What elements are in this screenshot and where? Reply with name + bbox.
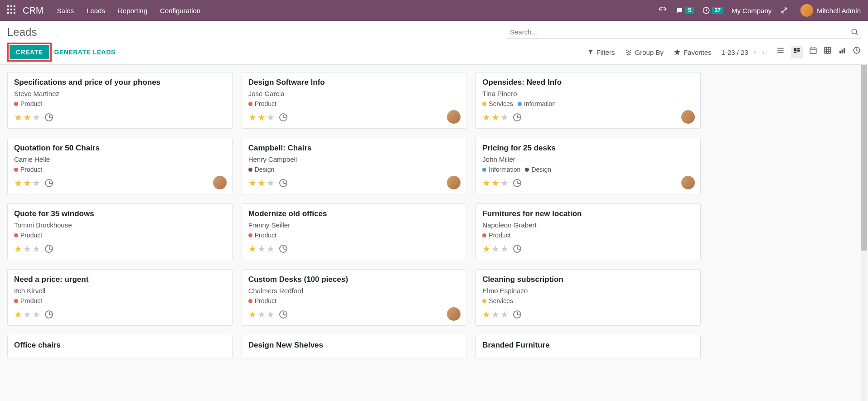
star-icon[interactable]: ★: [482, 112, 490, 123]
priority-stars[interactable]: ★★★: [14, 243, 40, 254]
filters-button[interactable]: Filters: [587, 48, 615, 56]
kanban-card[interactable]: Specifications and price of your phonesS…: [7, 72, 233, 129]
star-icon[interactable]: ★: [267, 178, 275, 188]
favorites-button[interactable]: Favorites: [674, 48, 712, 56]
activity-clock-icon[interactable]: [279, 310, 287, 319]
star-icon[interactable]: ★: [23, 243, 31, 254]
generate-leads-button[interactable]: GENERATE LEADS: [54, 48, 116, 56]
apps-icon[interactable]: [7, 5, 15, 16]
star-icon[interactable]: ★: [23, 112, 31, 123]
menu-configuration[interactable]: Configuration: [160, 7, 200, 14]
priority-stars[interactable]: ★★★: [14, 112, 40, 123]
kanban-card[interactable]: Quote for 35 windowsTommi BrockhouseProd…: [7, 203, 233, 260]
create-button[interactable]: CREATE: [10, 45, 49, 59]
star-icon[interactable]: ★: [248, 243, 257, 254]
activity-clock-icon[interactable]: [45, 245, 53, 253]
assignee-avatar[interactable]: [213, 176, 227, 189]
priority-stars[interactable]: ★★★: [482, 309, 509, 320]
kanban-card[interactable]: Opensides: Need InfoTina PineroServicesI…: [475, 72, 701, 129]
star-icon[interactable]: ★: [257, 309, 266, 320]
view-list-icon[interactable]: [776, 46, 785, 58]
star-icon[interactable]: ★: [23, 309, 31, 320]
star-icon[interactable]: ★: [482, 243, 490, 254]
pager-prev-icon[interactable]: ‹: [754, 48, 756, 57]
view-graph-icon[interactable]: [838, 46, 846, 58]
kanban-card[interactable]: Branded Furniture: [475, 335, 701, 358]
search-icon[interactable]: [851, 28, 859, 38]
priority-stars[interactable]: ★★★: [14, 309, 40, 320]
kanban-card[interactable]: Campbell: ChairsHenry CampbellDesign★★★: [242, 138, 467, 194]
star-icon[interactable]: ★: [491, 243, 499, 254]
scrollbar-thumb[interactable]: [861, 65, 867, 251]
search-bar[interactable]: [507, 25, 861, 39]
star-icon[interactable]: ★: [267, 243, 275, 254]
star-icon[interactable]: ★: [257, 112, 266, 123]
star-icon[interactable]: ★: [267, 112, 275, 123]
debug-icon[interactable]: [780, 6, 789, 15]
priority-stars[interactable]: ★★★: [14, 178, 40, 188]
star-icon[interactable]: ★: [14, 178, 22, 188]
star-icon[interactable]: ★: [491, 178, 499, 188]
voip-icon[interactable]: [658, 6, 667, 15]
kanban-card[interactable]: Quotation for 50 ChairsCarrie HelleProdu…: [7, 138, 233, 194]
kanban-card[interactable]: Pricing for 25 desksJohn MillerInformati…: [475, 138, 701, 194]
menu-reporting[interactable]: Reporting: [118, 7, 147, 14]
kanban-card[interactable]: Furnitures for new locationNapoleon Grab…: [475, 203, 701, 260]
pager-next-icon[interactable]: ›: [762, 48, 765, 57]
activity-clock-icon[interactable]: [513, 179, 521, 187]
view-activity-icon[interactable]: [853, 46, 861, 58]
view-pivot-icon[interactable]: [824, 46, 832, 58]
star-icon[interactable]: ★: [14, 309, 22, 320]
priority-stars[interactable]: ★★★: [248, 178, 275, 188]
activity-clock-icon[interactable]: [45, 113, 53, 121]
assignee-avatar[interactable]: [681, 176, 695, 189]
star-icon[interactable]: ★: [500, 243, 509, 254]
search-input[interactable]: [507, 25, 861, 39]
kanban-card[interactable]: Custom Desks (100 pieces)Chalmers Redfor…: [242, 269, 467, 326]
star-icon[interactable]: ★: [500, 112, 509, 123]
pager-text[interactable]: 1-23 / 23: [722, 48, 748, 56]
messaging-icon[interactable]: 5: [675, 6, 694, 14]
star-icon[interactable]: ★: [248, 309, 257, 320]
menu-leads[interactable]: Leads: [87, 7, 105, 14]
user-menu[interactable]: Mitchell Admin: [797, 4, 861, 17]
kanban-card[interactable]: Modernize old officesFranny SeillerProdu…: [242, 203, 467, 260]
company-switch[interactable]: My Company: [732, 7, 771, 14]
assignee-avatar[interactable]: [681, 110, 695, 124]
activity-clock-icon[interactable]: [279, 245, 287, 253]
priority-stars[interactable]: ★★★: [248, 309, 275, 320]
star-icon[interactable]: ★: [482, 178, 490, 188]
activity-icon[interactable]: 37: [702, 6, 723, 14]
star-icon[interactable]: ★: [14, 243, 22, 254]
priority-stars[interactable]: ★★★: [482, 112, 509, 123]
priority-stars[interactable]: ★★★: [248, 243, 275, 254]
activity-clock-icon[interactable]: [513, 113, 521, 121]
activity-clock-icon[interactable]: [513, 310, 521, 319]
star-icon[interactable]: ★: [248, 112, 257, 123]
star-icon[interactable]: ★: [491, 112, 499, 123]
priority-stars[interactable]: ★★★: [482, 178, 509, 188]
activity-clock-icon[interactable]: [279, 179, 287, 187]
kanban-card[interactable]: Office chairs: [7, 335, 233, 358]
star-icon[interactable]: ★: [257, 178, 266, 188]
star-icon[interactable]: ★: [32, 243, 40, 254]
priority-stars[interactable]: ★★★: [482, 243, 509, 254]
app-brand[interactable]: CRM: [23, 5, 44, 16]
kanban-card[interactable]: Need a price: urgentItch KirvellProduct★…: [7, 269, 233, 326]
view-calendar-icon[interactable]: [809, 46, 817, 58]
star-icon[interactable]: ★: [32, 178, 40, 188]
star-icon[interactable]: ★: [248, 178, 257, 188]
star-icon[interactable]: ★: [32, 112, 40, 123]
star-icon[interactable]: ★: [23, 178, 31, 188]
activity-clock-icon[interactable]: [279, 113, 287, 121]
activity-clock-icon[interactable]: [45, 310, 53, 319]
star-icon[interactable]: ★: [500, 178, 509, 188]
menu-sales[interactable]: Sales: [57, 7, 74, 14]
activity-clock-icon[interactable]: [45, 179, 53, 187]
activity-clock-icon[interactable]: [513, 245, 521, 253]
star-icon[interactable]: ★: [32, 309, 40, 320]
kanban-card[interactable]: Design Software InfoJose GarciaProduct★★…: [242, 72, 467, 129]
kanban-card[interactable]: Cleaning subscriptionElmo EspinazoServic…: [475, 269, 701, 326]
priority-stars[interactable]: ★★★: [248, 112, 275, 123]
kanban-card[interactable]: Design New Shelves: [242, 335, 467, 358]
